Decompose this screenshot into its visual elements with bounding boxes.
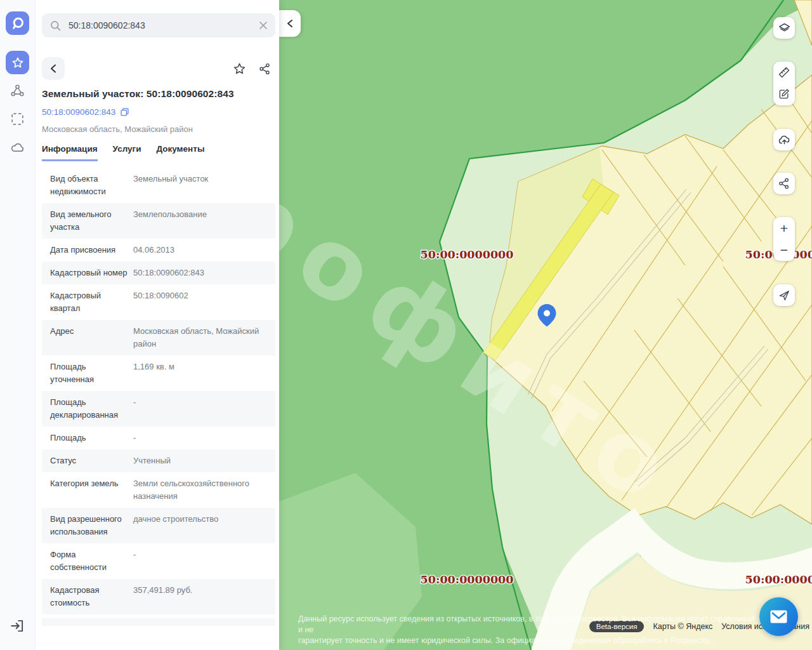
back-button[interactable]: [42, 57, 65, 80]
search-icon: [49, 20, 62, 32]
row-label: Площадь уточненная: [50, 361, 128, 386]
zoom-out-button[interactable]: −: [773, 239, 795, 260]
sidebar-item-area-select[interactable]: [10, 111, 25, 127]
cadastral-number-text[interactable]: 50:18:0090602:843: [42, 107, 115, 117]
table-row: Кадастровая стоимость 357,491.89 руб.: [42, 579, 275, 614]
row-label: Вид земельного участка: [50, 208, 128, 234]
row-label: Форма собственности: [50, 548, 128, 574]
detail-panel: Земельный участок: 50:18:0090602:843 50:…: [35, 0, 279, 650]
page-title: Земельный участок: 50:18:0090602:843: [42, 88, 277, 100]
table-row: Вид разрешенного использования дачное ст…: [42, 508, 275, 543]
tab-information[interactable]: Информация: [42, 144, 98, 161]
row-label: Дата присвоения: [50, 244, 128, 256]
app-sidebar: [0, 0, 36, 650]
cloud-icon: [10, 140, 25, 156]
login-button[interactable]: [9, 618, 25, 634]
edit-icon: [778, 88, 790, 100]
app-logo[interactable]: [6, 11, 29, 35]
disclaimer-line-2: гарантирует точность и не имеет юридичес…: [298, 635, 793, 646]
zoom-control-group: + −: [773, 217, 795, 261]
table-row: Категория земель Земли сельскохозяйствен…: [42, 472, 275, 508]
star-icon: [11, 56, 25, 70]
table-row: Кадастровый номер 50:18:0090602:843: [42, 262, 275, 284]
table-row: Статус Учтенный: [42, 449, 275, 472]
row-value: дачное строительство: [133, 513, 270, 538]
copy-icon[interactable]: [120, 107, 129, 117]
disclaimer-line-1: Данный ресурс использует сведения из отк…: [298, 614, 793, 635]
upload-button[interactable]: [773, 129, 795, 150]
chevron-left-icon: [49, 63, 58, 74]
row-label: Кадастровый номер: [50, 267, 128, 279]
row-label: Вид объекта недвижимости: [50, 173, 128, 198]
row-value: 50:18:0090602:843: [133, 267, 270, 279]
collapse-panel-button[interactable]: [279, 10, 301, 37]
row-value: -: [133, 396, 270, 421]
quarter-label: 50:00:0000000: [421, 248, 514, 261]
zoom-in-label: +: [780, 222, 788, 235]
table-row: Площадь уточненная 1,169 кв. м: [42, 355, 275, 391]
zoom-out-label: −: [780, 243, 788, 256]
row-value: Земли сельскохозяйственного назначения: [133, 477, 270, 503]
cloud-upload-icon: [778, 133, 791, 147]
measure-button[interactable]: [773, 62, 795, 83]
object-address: Московская область, Можайский район: [42, 124, 193, 134]
row-value: Московская область, Можайский район: [133, 325, 270, 350]
logo-icon: [8, 14, 27, 33]
search-bar[interactable]: [42, 13, 275, 37]
row-label: Кадастровый квартал: [50, 289, 128, 315]
map-graphics: рофито 50:00:0000000 50:00:0000000 50:00…: [279, 0, 812, 650]
table-row-partial: [42, 618, 275, 626]
row-label: Площадь декларированная: [50, 396, 128, 421]
quarter-label: 50:00:0000000: [745, 573, 812, 586]
layers-button[interactable]: [773, 17, 795, 39]
sidebar-item-favorites[interactable]: [6, 51, 29, 74]
clear-icon[interactable]: [259, 21, 268, 30]
table-row: Вид земельного участка Землепользование: [42, 203, 275, 239]
row-label: Вид разрешенного использования: [50, 513, 128, 538]
search-input[interactable]: [67, 20, 259, 31]
share-object-button[interactable]: [254, 58, 275, 79]
row-value: Земельный участок: [133, 173, 270, 198]
row-value: -: [133, 548, 270, 574]
draw-button[interactable]: [773, 83, 795, 105]
nodes-icon: [10, 83, 25, 99]
sidebar-item-cloud[interactable]: [10, 140, 25, 156]
table-row: Кадастровый квартал 50:18:0090602: [42, 284, 275, 320]
row-label: Адрес: [50, 325, 128, 350]
tab-bar: Информация Услуги Документы: [42, 144, 204, 161]
table-row: Дата присвоения 04.06.2013: [42, 239, 275, 262]
row-label: Категория земель: [50, 477, 128, 503]
row-value: 04.06.2013: [133, 244, 270, 256]
attributes-table: Вид объекта недвижимости Земельный участ…: [42, 168, 275, 626]
row-label: Кадастровая стоимость: [50, 584, 128, 609]
envelope-icon: [770, 610, 787, 623]
cadastral-number-link[interactable]: 50:18:0090602:843: [42, 107, 129, 117]
sidebar-item-graph[interactable]: [10, 83, 25, 99]
row-value: Землепользование: [133, 208, 270, 234]
share-map-button[interactable]: [773, 173, 795, 194]
layers-icon: [778, 22, 791, 35]
table-row: Вид объекта недвижимости Земельный участ…: [42, 168, 275, 203]
zoom-in-button[interactable]: +: [773, 217, 795, 239]
tab-documents[interactable]: Документы: [157, 144, 205, 161]
table-row: Форма собственности -: [42, 543, 275, 579]
row-label: Статус: [50, 454, 128, 467]
map-canvas[interactable]: рофито 50:00:0000000 50:00:0000000 50:00…: [279, 0, 812, 650]
row-label: Площадь: [50, 432, 128, 444]
table-row: Площадь -: [42, 427, 275, 449]
map-disclaimer: Данный ресурс использует сведения из отк…: [298, 614, 793, 646]
app-root: рофито 50:00:0000000 50:00:0000000 50:00…: [0, 0, 812, 650]
ruler-icon: [778, 66, 790, 79]
table-row: Адрес Московская область, Можайский райо…: [42, 320, 275, 355]
share-icon: [778, 177, 790, 190]
star-icon: [232, 62, 247, 76]
favorite-button[interactable]: [229, 58, 249, 79]
table-row: Площадь декларированная -: [42, 391, 275, 427]
draw-tools-group: [773, 62, 795, 105]
locate-button[interactable]: [773, 284, 795, 306]
tab-services[interactable]: Услуги: [113, 144, 141, 161]
quarter-label: 50:00:0000000: [421, 573, 514, 586]
chat-button[interactable]: [759, 597, 798, 636]
row-value: 357,491.89 руб.: [133, 584, 270, 609]
row-value: 50:18:0090602: [133, 289, 270, 315]
